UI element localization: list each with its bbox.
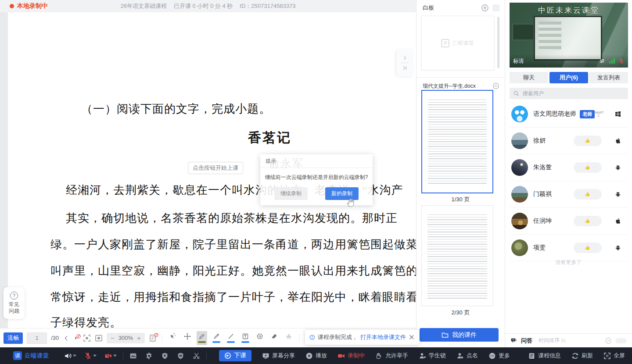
security-shield-icon[interactable] xyxy=(161,352,169,360)
recording-status-label: 录制中 xyxy=(348,352,365,360)
user-row[interactable]: 任润坤 xyxy=(510,208,628,235)
windows-icon xyxy=(614,111,621,118)
refresh-button[interactable]: 刷新 xyxy=(571,352,593,360)
interaction-panel: 中匠未来云课堂 标清 聊天 用户(6) 发言列表 语文周思萌老师 老师 xyxy=(505,0,632,347)
apple-icon xyxy=(614,137,621,144)
notes-disabled-icon xyxy=(149,334,157,342)
play-button[interactable]: 播放 xyxy=(305,352,327,360)
marker-tool[interactable] xyxy=(211,331,222,345)
end-class-button[interactable]: 下课 xyxy=(219,350,251,361)
like-button[interactable] xyxy=(574,216,602,226)
avatar xyxy=(511,132,528,149)
avatar xyxy=(511,186,528,203)
course-info-label: 课程信息 xyxy=(538,352,561,360)
sort-control[interactable]: 时间排序 xyxy=(539,337,566,344)
move-tool[interactable] xyxy=(182,331,193,345)
user-row[interactable]: 门颖祺 xyxy=(510,181,628,208)
user-row-teacher[interactable]: 语文周思萌老师 老师 WebRTC xyxy=(510,101,628,128)
user-row[interactable]: 项雯 xyxy=(510,235,628,261)
document-canvas[interactable]: （一）阅读下面的文字，完成小题。 香茗记 俞永军 经湘河，去荆紫关，歇息在一个叫… xyxy=(8,12,416,328)
media-icon[interactable] xyxy=(129,352,137,360)
mic-muted-icon xyxy=(84,352,92,360)
like-button[interactable] xyxy=(574,162,602,173)
laser-pointer-tool[interactable] xyxy=(168,331,178,345)
tab-speaker-list[interactable]: 发言列表 xyxy=(589,72,628,83)
pencil-tool[interactable] xyxy=(197,331,207,345)
more-button[interactable]: 更多 xyxy=(488,352,510,360)
close-icon[interactable]: ✕ xyxy=(409,334,415,341)
doc-body-line: 绿。一户人家刚盖了新屋，院子里留出一条甬道，两边用篱笆围起做菜 xyxy=(50,237,416,252)
student-lock-button[interactable]: 学生锁 xyxy=(419,352,446,360)
speaker-control[interactable] xyxy=(64,352,76,360)
faq-button[interactable]: ? 常见问题 xyxy=(4,287,25,319)
speaker-icon xyxy=(64,352,72,360)
scissors-icon[interactable] xyxy=(193,352,200,360)
collapse-doc-icon[interactable] xyxy=(492,82,499,89)
avatar xyxy=(511,239,528,256)
line-tool[interactable] xyxy=(226,331,236,345)
screen-share-button[interactable]: 屏幕分享 xyxy=(262,352,295,360)
user-name: 朱洛萱 xyxy=(533,164,552,171)
eraser-tool[interactable] xyxy=(269,331,280,345)
like-button[interactable] xyxy=(574,189,602,200)
page-thumbnail-selected[interactable] xyxy=(421,90,493,193)
search-input[interactable] xyxy=(522,90,625,97)
fit-screen-icon[interactable] xyxy=(83,334,91,342)
teacher-video-preview[interactable]: 中匠未来云课堂 标清 xyxy=(510,3,628,68)
start-class-tooltip: 点击按钮开始上课 xyxy=(188,162,243,174)
user-row[interactable]: 朱洛萱 xyxy=(510,154,628,181)
like-button[interactable] xyxy=(574,243,602,253)
allow-raise-hand-button[interactable]: 允许举手 xyxy=(375,352,408,360)
recording-status-button[interactable]: 录制中 xyxy=(338,352,365,360)
page-thumbnail[interactable] xyxy=(421,205,493,306)
more-label: 更多 xyxy=(499,352,510,360)
tab-chat[interactable]: 聊天 xyxy=(510,72,548,83)
user-search-box[interactable] xyxy=(510,88,628,99)
signal-strength-icon xyxy=(609,58,615,64)
roll-call-label: 点名 xyxy=(467,352,478,360)
like-button[interactable] xyxy=(574,136,602,146)
toast-message: 课程录制完成， xyxy=(318,333,358,341)
my-courseware-button[interactable]: 我的课件 xyxy=(420,328,499,342)
caret-down-icon xyxy=(113,354,117,357)
whiteboard-thumbnail[interactable]: 课 三维课堂 xyxy=(421,16,494,70)
page-number-input[interactable] xyxy=(27,332,47,344)
chevron-right-bar-icon[interactable] xyxy=(402,65,408,71)
collapse-qa-icon[interactable] xyxy=(605,337,612,344)
zoom-out-button[interactable]: − xyxy=(111,334,115,342)
page-total-label: /30 xyxy=(51,335,59,341)
sort-label: 时间排序 xyxy=(539,337,560,344)
fullscreen-button[interactable]: 全屏 xyxy=(603,352,625,360)
chevron-right-icon[interactable] xyxy=(402,55,408,61)
whiteboard-extra-icon xyxy=(492,4,499,11)
logo-icon: 课 xyxy=(13,351,22,360)
course-info-button[interactable]: 课程信息 xyxy=(528,352,561,360)
prev-page-icon[interactable] xyxy=(63,335,70,342)
user-row[interactable]: 徐妍 xyxy=(510,128,628,154)
camera-control-muted[interactable] xyxy=(104,352,117,360)
panel-scrollbar[interactable] xyxy=(497,17,499,68)
doc-body-line: 叫声里，山里空寂，幽静，阳光正好。她竟然一眼认出用来扎成篱笆的 xyxy=(50,263,416,278)
open-recording-file-link[interactable]: 打开本地录课文件 xyxy=(360,333,406,341)
panel-collapse-handle[interactable] xyxy=(396,49,413,76)
zoom-in-button[interactable]: + xyxy=(137,334,141,342)
fit-width-icon[interactable] xyxy=(95,334,103,342)
qa-label[interactable]: 问答 xyxy=(521,337,532,345)
roll-call-button[interactable]: 点名 xyxy=(456,352,478,360)
qa-bubble-icon: ? xyxy=(510,337,517,344)
shield-eye-icon[interactable] xyxy=(177,352,184,360)
doc-body-line: 其实，确切地说，名茶香茗的原始茶株是在水沟发现的。那时正 xyxy=(66,211,398,226)
settings-gear-icon[interactable] xyxy=(145,352,153,360)
qa-toggle[interactable] xyxy=(615,338,627,343)
mic-muted-icon xyxy=(618,58,625,64)
camera-swap-icon[interactable] xyxy=(599,57,606,64)
mic-control-muted[interactable] xyxy=(84,352,97,360)
tab-users[interactable]: 用户(6) xyxy=(549,72,588,83)
shape-tool[interactable] xyxy=(255,331,265,345)
text-tool[interactable] xyxy=(240,331,251,345)
add-whiteboard-icon[interactable] xyxy=(481,4,489,12)
continue-recording-button[interactable]: 继续录制 xyxy=(274,187,308,200)
webrtc-label: WebRTC xyxy=(593,111,604,117)
more-icon xyxy=(488,352,496,360)
stream-quality-button[interactable]: 流畅 xyxy=(4,332,23,344)
